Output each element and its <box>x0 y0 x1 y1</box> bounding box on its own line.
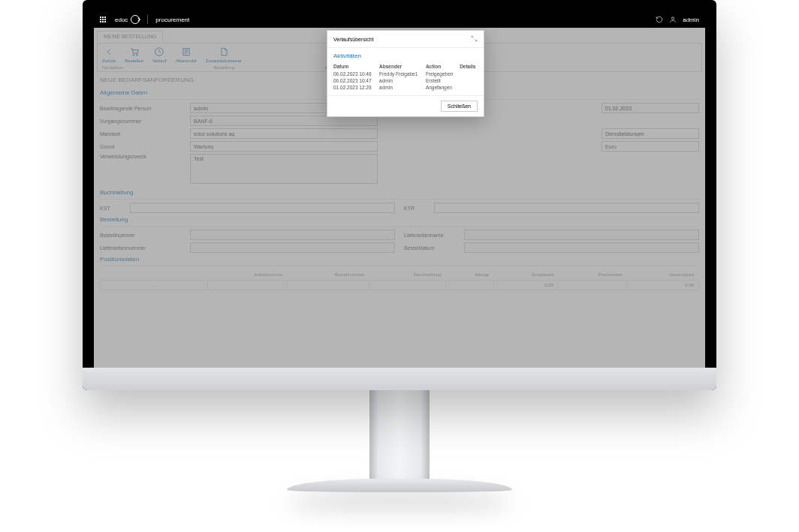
section-order: Bestellung <box>100 213 699 227</box>
col-gesamt: Gesamtpreis <box>626 269 698 281</box>
label-liefnr: Lieferantennummer <box>100 245 190 251</box>
textarea-zweck[interactable] <box>190 154 378 184</box>
col-einzelpreis: Einzelpreis <box>493 269 558 281</box>
expand-icon[interactable] <box>471 35 478 43</box>
toolbar-label: Zurück <box>102 59 116 63</box>
toolbar-docs[interactable]: Zusatzdokumente <box>206 47 242 63</box>
col-bestellnr: Bestellnummer <box>288 269 369 281</box>
svg-point-0 <box>672 17 674 20</box>
col-menge: Menge <box>446 269 493 281</box>
positions-table: Artikelnummer Bestellnummer Beschreibung… <box>100 269 699 290</box>
toolbar-group: Navigation <box>102 65 123 70</box>
table-row[interactable]: ... 0,00 0,00 <box>101 281 699 290</box>
select-type[interactable] <box>602 128 699 139</box>
section-positions: Positionsdaten <box>100 253 699 266</box>
cell-gesamt: 0,00 <box>626 281 698 290</box>
brand-text: edoc <box>115 17 128 23</box>
input-liefname[interactable] <box>464 230 699 240</box>
col-preiseinheit: Preiseinheit <box>559 269 627 281</box>
document-icon <box>219 47 229 57</box>
svg-point-1 <box>133 54 134 56</box>
input-liefnr[interactable] <box>190 242 395 253</box>
toolbar-label: Zusatzdokumente <box>206 59 242 63</box>
label-bestelldatum: Bestelldatum <box>404 245 464 251</box>
toolbar-order[interactable]: Bestellen <box>125 47 143 63</box>
user-icon[interactable] <box>669 16 677 23</box>
col-absender: Absender <box>379 64 426 71</box>
select-grund[interactable] <box>190 141 378 152</box>
refresh-icon[interactable] <box>656 16 663 23</box>
history-dialog: Verlaufsübersicht Aktivitäten Datum Abse… <box>327 30 484 117</box>
input-date[interactable] <box>602 103 699 113</box>
input-vorgang[interactable] <box>190 116 378 126</box>
label-grund: Grund <box>100 144 190 149</box>
input-bestellnr[interactable] <box>190 230 395 240</box>
apps-grid-icon[interactable] <box>100 17 106 23</box>
brand-logo: edoc <box>115 15 140 24</box>
activity-table: Datum Absender Action Details 06.02.2023… <box>333 64 478 91</box>
separator <box>147 15 148 24</box>
table-row: 06.02.2023 10:48 Freddy Freigabe1 Freige… <box>333 71 478 77</box>
toolbar-label: Aktennotiz <box>176 59 197 63</box>
table-row: 01.02.2023 12:28 admin Angefangen <box>333 84 478 91</box>
cell-einzelpreis: 0,00 <box>493 281 558 290</box>
section-accounting: Buchhaltung <box>100 186 699 200</box>
close-button[interactable]: Schließen <box>441 101 478 112</box>
label-kst: KST <box>100 206 130 211</box>
toolbar-group: Bestellung <box>213 65 234 70</box>
dialog-title: Verlaufsübersicht <box>333 37 374 42</box>
cart-icon <box>129 47 140 57</box>
col-details: Details <box>460 64 478 71</box>
label-mandant: Mandant <box>100 131 190 137</box>
col-beschreibung: Beschreibung <box>369 269 446 281</box>
toolbar-note[interactable]: Aktennotiz <box>176 47 197 63</box>
label-ktr: KTR <box>404 206 434 211</box>
breadcrumb-tab[interactable]: MEINE BESTELLUNG <box>97 31 163 41</box>
col-action: Action <box>426 64 460 71</box>
row-actions[interactable]: ... <box>101 281 208 290</box>
select-ktr[interactable] <box>434 203 699 213</box>
select-mandant[interactable] <box>190 128 378 139</box>
toolbar-label: Verlauf <box>152 59 167 63</box>
back-icon <box>104 47 114 57</box>
module-name: procurement <box>155 17 189 23</box>
dialog-subtitle: Aktivitäten <box>333 53 478 59</box>
input-bestelldatum[interactable] <box>464 242 699 253</box>
note-icon <box>181 47 191 57</box>
col-artikelnr: Artikelnummer <box>208 269 288 281</box>
table-row: 06.02.2023 10:47 admin Erstellt <box>333 77 478 84</box>
label-bestellnr: Bestellnummer <box>100 233 190 238</box>
label-liefname: Lieferantenname <box>404 233 464 238</box>
toolbar-back[interactable]: Zurück <box>102 47 116 63</box>
toolbar-history[interactable]: Verlauf <box>152 47 167 63</box>
svg-point-2 <box>136 54 137 56</box>
label-vorgang: Vorgangsnummer <box>100 119 190 124</box>
history-icon <box>154 47 164 57</box>
user-name[interactable]: admin <box>683 17 699 23</box>
label-zweck: Verwendungszweck <box>100 154 190 159</box>
toolbar-label: Bestellen <box>125 59 143 63</box>
select-currency[interactable] <box>602 141 699 152</box>
select-kst[interactable] <box>130 203 395 213</box>
label-requester: Beantragende Person <box>100 106 190 111</box>
col-datum: Datum <box>333 64 379 71</box>
app-topbar: edoc procurement admin <box>94 11 705 28</box>
brand-ring-icon <box>131 15 140 24</box>
